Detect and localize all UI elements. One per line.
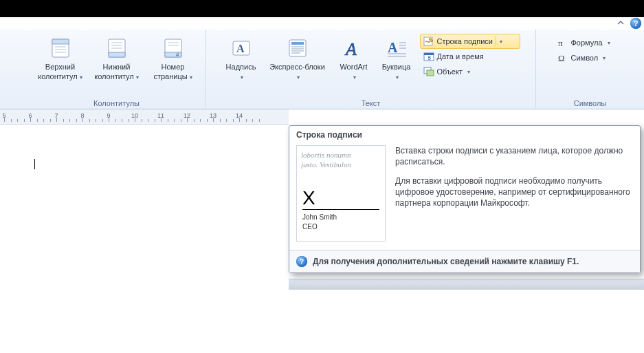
- svg-rect-1: [52, 39, 69, 44]
- textbox-label: Надпись: [226, 63, 256, 71]
- footer-button[interactable]: Нижний колонтитул▾: [89, 32, 144, 93]
- object-button[interactable]: Объект ▾: [420, 64, 520, 79]
- svg-rect-18: [291, 42, 304, 45]
- equation-button[interactable]: π Формула ▾: [554, 35, 627, 50]
- quickparts-label: Экспресс-блоки: [269, 63, 325, 71]
- wordart-icon: A: [343, 37, 365, 59]
- text-cursor: [34, 159, 35, 169]
- svg-text:π: π: [558, 38, 563, 48]
- footer-icon: [106, 37, 128, 59]
- ruler[interactable]: 567891011121314: [0, 109, 289, 125]
- page-number-icon: #: [162, 37, 184, 59]
- tooltip-thumb-line1: lobortis nonumn: [301, 150, 381, 160]
- dropcap-label: Буквица: [382, 63, 411, 71]
- group-headers-footers: Верхний колонтитул▾ Нижний колонтитул▾: [27, 30, 206, 109]
- minimize-ribbon-icon[interactable]: [615, 19, 626, 28]
- group-label-text: Текст: [206, 99, 535, 107]
- object-label: Объект: [437, 67, 463, 76]
- quickparts-button[interactable]: Экспресс-блоки▾: [263, 32, 332, 93]
- textbox-button[interactable]: A Надпись▾: [221, 32, 262, 93]
- symbol-label: Символ: [571, 54, 599, 62]
- tooltip-paragraph-1: Вставка строки подписи с указанием лица,…: [395, 145, 633, 167]
- word-window: ? Верхний колонтитул▾: [0, 17, 644, 353]
- footer-label: Нижний колонтитул: [94, 63, 134, 81]
- signature-line-tooltip: Строка подписи lobortis nonumn justo. Ve…: [289, 125, 641, 273]
- statusbar-fragment: [289, 279, 644, 290]
- header-button[interactable]: Верхний колонтитул▾: [33, 32, 88, 93]
- symbol-button[interactable]: Ω Символ ▾: [554, 50, 627, 65]
- dropdown-arrow-icon: ▾: [241, 74, 243, 81]
- tooltip-thumb-x: X: [302, 187, 315, 209]
- header-label: Верхний колонтитул: [38, 63, 78, 81]
- dropdown-arrow-icon: ▾: [190, 74, 192, 81]
- svg-text:Ω: Ω: [558, 53, 565, 63]
- group-label-symbols: Символы: [536, 99, 644, 107]
- group-label-headers-footers: Колонтитулы: [27, 99, 206, 107]
- wordart-button[interactable]: A WordArt▾: [333, 32, 375, 93]
- quickparts-icon: [287, 37, 309, 59]
- help-icon[interactable]: ?: [630, 18, 641, 29]
- group-symbols: π Формула ▾ Ω Символ ▾ Символы: [536, 30, 644, 109]
- page-number-label: Номер страницы: [153, 63, 187, 81]
- equation-label: Формула: [571, 39, 603, 47]
- svg-rect-35: [427, 70, 434, 76]
- dropdown-arrow-icon: ▾: [353, 74, 356, 81]
- dropcap-icon: A: [386, 37, 408, 59]
- dropdown-arrow-icon: ▾: [396, 74, 399, 81]
- wordart-label: WordArt: [340, 63, 367, 71]
- header-icon: [49, 37, 71, 59]
- ribbon-spacer: [0, 30, 27, 109]
- svg-text:A: A: [344, 39, 357, 59]
- signature-line-icon: [423, 36, 434, 47]
- textbox-icon: A: [230, 37, 252, 59]
- tooltip-thumb-role: CEO: [302, 223, 318, 231]
- svg-text:5: 5: [428, 55, 431, 61]
- date-time-button[interactable]: 5 Дата и время: [420, 49, 520, 64]
- svg-text:#: #: [176, 52, 179, 58]
- tooltip-footer: Для получения дополнительных сведений на…: [313, 257, 579, 266]
- dropdown-arrow-icon: ▾: [467, 69, 470, 75]
- svg-text:A: A: [236, 43, 245, 54]
- tooltip-title: Строка подписи: [289, 126, 640, 141]
- symbol-icon: Ω: [557, 52, 568, 63]
- dropdown-arrow-icon: ▾: [297, 74, 300, 81]
- signature-line-label: Строка подписи: [437, 37, 493, 45]
- group-text: A Надпись▾: [206, 30, 536, 109]
- tooltip-thumb-line2: justo. Vestibulun: [301, 160, 381, 169]
- date-time-icon: 5: [423, 51, 434, 62]
- titlebar-controls: ?: [615, 17, 641, 30]
- dropdown-arrow-icon: ▾: [608, 40, 610, 46]
- object-icon: [423, 66, 434, 77]
- ribbon: Верхний колонтитул▾ Нижний колонтитул▾: [0, 30, 644, 109]
- page-number-button[interactable]: # Номер страницы▾: [146, 32, 201, 93]
- tooltip-paragraph-2: Для вставки цифровой подписи необходимо …: [395, 175, 633, 208]
- document-canvas[interactable]: [0, 125, 289, 353]
- tooltip-thumb-line: [302, 209, 379, 210]
- signature-line-button[interactable]: Строка подписи ▾: [420, 34, 520, 49]
- dropdown-arrow-icon: ▾: [136, 74, 139, 81]
- tooltip-thumbnail: lobortis nonumn justo. Vestibulun X John…: [296, 145, 386, 242]
- dropdown-arrow-icon: ▾: [603, 55, 606, 61]
- dropdown-arrow-icon[interactable]: ▾: [496, 36, 506, 47]
- svg-text:A: A: [388, 40, 398, 55]
- dropdown-arrow-icon: ▾: [80, 74, 82, 81]
- svg-rect-6: [109, 52, 125, 57]
- help-icon: ?: [296, 256, 307, 267]
- date-time-label: Дата и время: [437, 52, 484, 61]
- dropcap-button[interactable]: A Буквица▾: [376, 32, 417, 93]
- tooltip-thumb-name: John Smith: [302, 213, 337, 221]
- equation-icon: π: [557, 37, 568, 48]
